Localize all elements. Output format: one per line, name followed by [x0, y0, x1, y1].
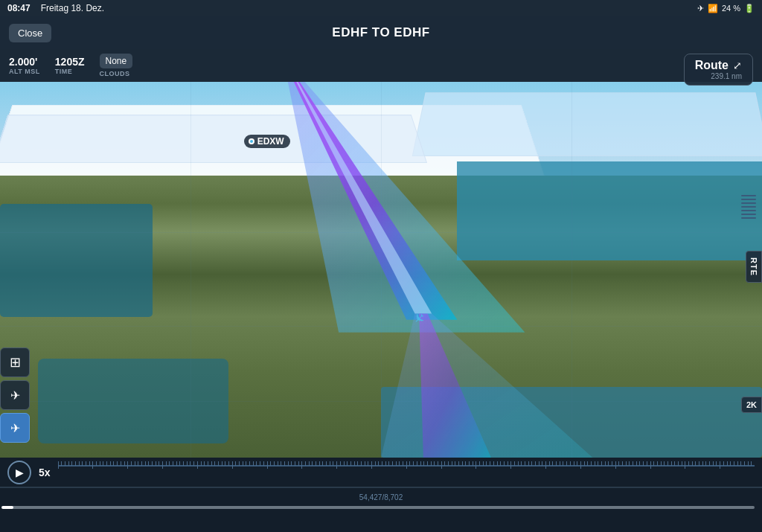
- progress-fill: [7, 506, 755, 509]
- clouds-value: None: [100, 54, 133, 68]
- battery-icon: 🔋: [744, 4, 755, 13]
- airspace-box-2: [412, 92, 762, 156]
- route-button[interactable]: Route ⤢ 239.1 nm: [684, 54, 753, 86]
- close-button[interactable]: Close: [9, 24, 51, 42]
- airplane-mode-icon: ✈: [697, 4, 704, 13]
- time-value: 1205Z: [55, 56, 85, 68]
- water-left: [0, 204, 153, 317]
- progress-thumb[interactable]: [1, 506, 13, 509]
- waypoint-label-row: 54,427/8,702: [0, 487, 762, 506]
- scroll-tick-4: [741, 206, 756, 208]
- flight-title: EDHF TO EDHF: [332, 25, 429, 40]
- timeline-ticks: [58, 459, 755, 485]
- edxw-waypoint: EDXW: [244, 135, 290, 148]
- scroll-tick-1: [741, 195, 756, 196]
- clouds-label: CLOUDS: [100, 70, 130, 77]
- speed-label: 5x: [39, 467, 51, 478]
- play-icon: ▶: [16, 467, 24, 478]
- status-icons: ✈ 📶 24 % 🔋: [697, 4, 755, 13]
- wifi-icon: 📶: [708, 4, 718, 13]
- flight-mode-icon: ✈: [10, 388, 20, 403]
- altitude-value: 2.000': [9, 56, 37, 68]
- grid-v-3: [572, 82, 572, 458]
- flight-mode-button[interactable]: ✈: [0, 380, 30, 410]
- altitude-display: 2.000' ALT MSL: [9, 56, 40, 75]
- layers-icon: ⊞: [10, 354, 21, 371]
- waypoint-text: EDXW: [257, 136, 284, 147]
- route-distance: 239.1 nm: [711, 72, 742, 80]
- resolution-label: 2K: [746, 400, 757, 409]
- status-date: Freitag 18. Dez.: [41, 3, 104, 13]
- scroll-tick-6: [741, 214, 756, 215]
- active-flight-button[interactable]: ✈: [0, 413, 30, 443]
- route-label: Route: [695, 59, 729, 72]
- map-view[interactable]: ✈ EDXW RTE 2K: [0, 82, 762, 458]
- coord-display: 54,427/8,702: [359, 493, 403, 501]
- status-time: 08:47: [7, 3, 31, 13]
- waypoint-dot: [249, 138, 254, 144]
- resolution-button[interactable]: 2K: [741, 397, 762, 413]
- timeline-controls: ▶ 5x: [0, 458, 762, 487]
- airspace-box-3: [0, 115, 427, 163]
- clouds-display: None CLOUDS: [100, 54, 133, 77]
- progress-track[interactable]: [7, 506, 755, 509]
- rte-button[interactable]: RTE: [746, 251, 762, 283]
- scroll-tick-3: [741, 202, 756, 204]
- status-bar: 08:47 Freitag 18. Dez. ✈ 📶 24 % 🔋: [0, 0, 762, 16]
- layers-button[interactable]: ⊞: [0, 347, 30, 377]
- active-flight-icon: ✈: [10, 421, 20, 435]
- grid-v-2: [381, 82, 382, 458]
- expand-icon: ⤢: [733, 60, 742, 71]
- info-bar: 2.000' ALT MSL 1205Z TIME None CLOUDS: [0, 49, 762, 82]
- time-display: 1205Z TIME: [55, 56, 85, 75]
- altitude-label: ALT MSL: [9, 68, 40, 75]
- battery-label: 24 %: [722, 4, 740, 13]
- water-north: [457, 161, 762, 260]
- timeline: ▶ 5x 54,427/8,702: [0, 458, 762, 532]
- scroll-tick-7: [741, 217, 756, 219]
- timeline-track[interactable]: [58, 459, 755, 485]
- scroll-tick-2: [741, 199, 756, 200]
- grid-v-1: [190, 82, 191, 458]
- scroll-indicator: [741, 195, 756, 219]
- time-label: TIME: [55, 68, 73, 75]
- header: Close EDHF TO EDHF: [0, 16, 762, 49]
- rte-label: RTE: [749, 257, 758, 276]
- play-button[interactable]: ▶: [7, 461, 31, 484]
- left-tools: ⊞ ✈ ✈: [0, 347, 30, 443]
- scroll-tick-5: [741, 210, 756, 211]
